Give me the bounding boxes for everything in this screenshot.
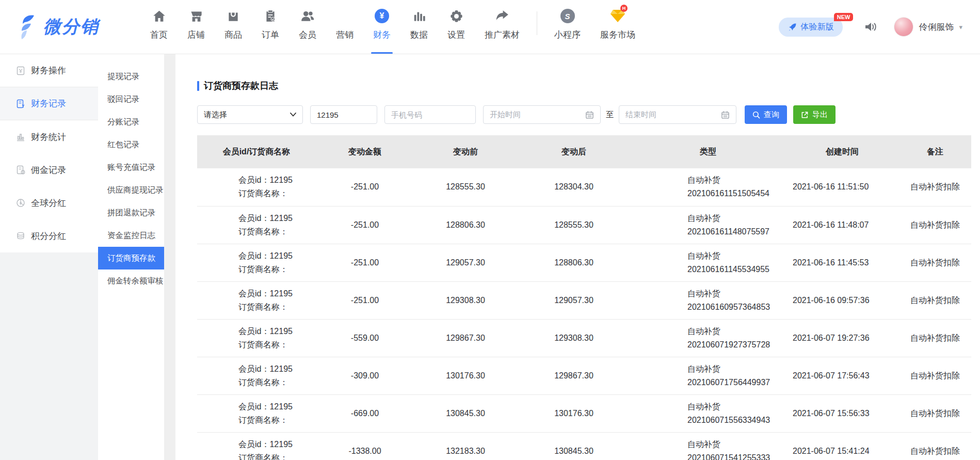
home-icon — [152, 7, 166, 25]
account-name: 伶俐服饰 — [919, 21, 954, 33]
settings-icon — [449, 7, 463, 25]
submenu-withdraw-records[interactable]: 提现记录 — [98, 65, 164, 88]
promo-share-icon — [495, 7, 509, 25]
phone-field-wrap — [384, 105, 476, 124]
sidebar-item-finance-ops[interactable]: 财务操作 — [0, 54, 98, 87]
speaker-icon[interactable] — [864, 21, 878, 33]
submenu-supplier-withdraw[interactable]: 供应商提现记录 — [98, 179, 164, 201]
submenu-redpacket-records[interactable]: 红包记录 — [98, 133, 164, 156]
nav-item-miniprogram[interactable]: S 小程序 — [544, 0, 590, 54]
nav-item-home[interactable]: 首页 — [140, 0, 178, 54]
nav-item-members[interactable]: 会员 — [289, 0, 326, 54]
nav-item-shop[interactable]: 店铺 — [178, 0, 215, 54]
table-row: 会员id：12195订货商名称： -309.00 130176.30 12986… — [197, 357, 971, 394]
sidebar-item-finance-records[interactable]: 财务记录 — [0, 87, 98, 120]
miniprogram-icon: S — [560, 7, 575, 25]
col-header-created: 创建时间 — [785, 135, 899, 168]
nav-item-settings[interactable]: 设置 — [438, 0, 475, 54]
nav-item-goods[interactable]: 商品 — [215, 0, 252, 54]
main-content: 订货商预存款日志 请选择 开始时间 至 结束时间 — [175, 54, 980, 460]
search-button[interactable]: 查询 — [745, 105, 787, 124]
col-header-member: 会员id/订货商名称 — [197, 135, 316, 168]
col-header-type: 类型 — [631, 135, 785, 168]
cell-after: 128304.30 — [517, 168, 631, 206]
nav-item-promo[interactable]: 推广素材 — [475, 0, 529, 54]
submenu-recharge-records[interactable]: 账号充值记录 — [98, 156, 164, 179]
sidebar-secondary: 提现记录 驳回记录 分账记录 红包记录 账号充值记录 供应商提现记录 拼团退款记… — [98, 54, 164, 460]
member-id-input[interactable] — [317, 110, 371, 119]
rocket-icon — [788, 23, 797, 31]
col-header-after: 变动后 — [517, 135, 631, 168]
header-right: 体验新版 NEW 伶俐服饰 ▾ — [779, 17, 962, 37]
finance-records-icon — [15, 99, 25, 108]
table-row: 会员id：12195订货商名称： -251.00 129057.30 12880… — [197, 244, 971, 281]
cell-remark: 自动补货扣除 — [899, 168, 971, 206]
col-header-before: 变动前 — [414, 135, 517, 168]
table-row: 会员id：12195订货商名称： -669.00 130845.30 13017… — [197, 394, 971, 432]
table-row: 会员id：12195订货商名称： -1338.00 132183.30 1308… — [197, 432, 971, 460]
top-header: 微分销 首页 店铺 商品 订单 — [0, 0, 980, 54]
new-badge: NEW — [834, 13, 854, 21]
nav-item-orders[interactable]: 订单 — [252, 0, 289, 54]
finance-icon: ¥ — [375, 7, 389, 25]
finance-ops-icon — [15, 66, 25, 75]
goods-icon — [227, 7, 240, 25]
date-range-to-label: 至 — [606, 110, 614, 120]
data-icon — [412, 7, 426, 25]
brand-logo-text: 微分销 — [43, 15, 99, 39]
table-row: 会员id：12195订货商名称： -559.00 129867.30 12930… — [197, 319, 971, 357]
chevron-down-icon: ▾ — [959, 23, 962, 31]
try-new-version-button[interactable]: 体验新版 NEW — [779, 18, 843, 37]
submenu-reject-records[interactable]: 驳回记录 — [98, 88, 164, 110]
submenu-supplier-prepay[interactable]: 订货商预存款 — [98, 247, 164, 269]
top-nav: 首页 店铺 商品 订单 会员 — [140, 0, 645, 54]
members-icon — [300, 7, 315, 25]
cell-before: 128555.30 — [414, 168, 517, 206]
brand-logo[interactable]: 微分销 — [18, 13, 126, 40]
member-id-field-wrap — [310, 105, 377, 124]
nav-item-marketing[interactable]: 营销 — [326, 0, 363, 54]
sidebar-item-finance-stats[interactable]: 财务统计 — [0, 120, 98, 153]
submenu-fund-monitor-log[interactable]: 资金监控日志 — [98, 224, 164, 247]
layout-gap — [164, 54, 175, 460]
filter-bar: 请选择 开始时间 至 结束时间 查询 — [197, 105, 964, 124]
points-dividend-icon — [15, 231, 25, 241]
cell-amount: -251.00 — [316, 168, 414, 206]
submenu-group-refund[interactable]: 拼团退款记录 — [98, 201, 164, 224]
finance-stats-icon — [15, 132, 25, 142]
sidebar-item-global-dividend[interactable]: 全球分红 — [0, 186, 98, 219]
col-header-remark: 备注 — [899, 135, 971, 168]
type-select[interactable]: 请选择 — [197, 105, 303, 124]
submenu-commission-to-balance[interactable]: 佣金转余额审核 — [98, 269, 164, 292]
nav-item-finance[interactable]: ¥ 财务 — [363, 0, 400, 54]
shop-icon — [189, 7, 203, 25]
page-title: 订货商预存款日志 — [197, 80, 964, 92]
commission-records-icon — [15, 165, 25, 175]
calendar-icon — [585, 110, 594, 119]
nav-item-data[interactable]: 数据 — [400, 0, 438, 54]
export-button[interactable]: 导出 — [793, 105, 836, 124]
global-dividend-icon — [15, 198, 25, 208]
sidebar-primary: 财务操作 财务记录 财务统计 佣金记录 全球分红 — [0, 54, 98, 460]
orders-icon — [264, 7, 277, 25]
table-body: 会员id：12195订货商名称： -251.00 128555.30 12830… — [197, 168, 971, 460]
marketing-icon — [338, 7, 351, 25]
account-menu[interactable]: 伶俐服饰 ▾ — [894, 17, 962, 37]
search-icon — [752, 111, 760, 119]
end-time-picker[interactable]: 结束时间 — [619, 105, 736, 124]
start-time-picker[interactable]: 开始时间 — [483, 105, 601, 124]
service-market-h-badge: H — [620, 5, 628, 12]
nav-item-service-market[interactable]: H 服务市场 — [590, 0, 645, 54]
avatar — [894, 17, 913, 37]
table-row: 会员id：12195订货商名称： -251.00 129308.30 12905… — [197, 281, 971, 319]
title-accent-bar — [197, 81, 199, 91]
table-row: 会员id：12195订货商名称： -251.00 128555.30 12830… — [197, 168, 971, 206]
calendar-icon — [721, 110, 730, 119]
export-icon — [801, 111, 809, 119]
service-market-icon: H — [610, 7, 625, 25]
sidebar-item-points-dividend[interactable]: 积分分红 — [0, 219, 98, 252]
submenu-split-records[interactable]: 分账记录 — [98, 110, 164, 133]
phone-input[interactable] — [391, 110, 469, 119]
prepay-log-table: 会员id/订货商名称 变动金额 变动前 变动后 类型 创建时间 备注 会员id：… — [197, 135, 971, 460]
sidebar-item-commission-records[interactable]: 佣金记录 — [0, 153, 98, 186]
